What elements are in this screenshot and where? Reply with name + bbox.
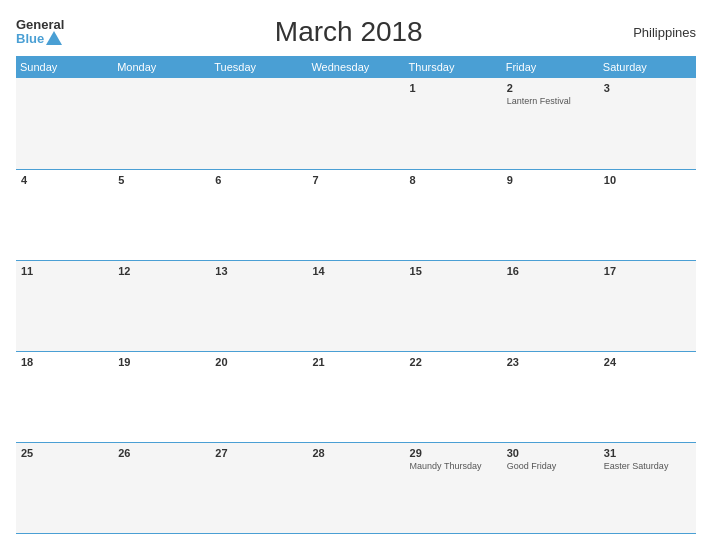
calendar-cell: 14 — [307, 260, 404, 351]
calendar-cell: 30Good Friday — [502, 442, 599, 533]
calendar-cell: 21 — [307, 351, 404, 442]
calendar-cell: 22 — [405, 351, 502, 442]
weekday-header-saturday: Saturday — [599, 56, 696, 78]
calendar-cell: 27 — [210, 442, 307, 533]
event-label: Easter Saturday — [604, 461, 691, 473]
calendar-cell: 2Lantern Festival — [502, 78, 599, 169]
logo-general-text: General — [16, 18, 64, 31]
event-label: Good Friday — [507, 461, 594, 473]
calendar-cell: 6 — [210, 169, 307, 260]
calendar-cell — [16, 78, 113, 169]
calendar-cell: 17 — [599, 260, 696, 351]
calendar-cell: 24 — [599, 351, 696, 442]
day-number: 11 — [21, 265, 108, 277]
week-row-4: 18192021222324 — [16, 351, 696, 442]
day-number: 31 — [604, 447, 691, 459]
calendar-cell: 11 — [16, 260, 113, 351]
day-number: 30 — [507, 447, 594, 459]
calendar-cell: 16 — [502, 260, 599, 351]
logo-blue-text: Blue — [16, 31, 62, 46]
event-label: Maundy Thursday — [410, 461, 497, 473]
weekday-header-wednesday: Wednesday — [307, 56, 404, 78]
calendar-cell: 4 — [16, 169, 113, 260]
day-number: 19 — [118, 356, 205, 368]
day-number: 17 — [604, 265, 691, 277]
day-number: 21 — [312, 356, 399, 368]
event-label: Lantern Festival — [507, 96, 594, 108]
country-label: Philippines — [633, 25, 696, 40]
calendar-cell: 5 — [113, 169, 210, 260]
calendar-cell: 19 — [113, 351, 210, 442]
calendar-cell: 8 — [405, 169, 502, 260]
day-number: 4 — [21, 174, 108, 186]
weekday-header-friday: Friday — [502, 56, 599, 78]
day-number: 26 — [118, 447, 205, 459]
day-number: 27 — [215, 447, 302, 459]
day-number: 24 — [604, 356, 691, 368]
weekday-header-row: SundayMondayTuesdayWednesdayThursdayFrid… — [16, 56, 696, 78]
week-row-1: 12Lantern Festival3 — [16, 78, 696, 169]
weekday-header-thursday: Thursday — [405, 56, 502, 78]
calendar-cell: 15 — [405, 260, 502, 351]
day-number: 5 — [118, 174, 205, 186]
day-number: 7 — [312, 174, 399, 186]
day-number: 12 — [118, 265, 205, 277]
day-number: 9 — [507, 174, 594, 186]
calendar-cell: 7 — [307, 169, 404, 260]
calendar-cell: 10 — [599, 169, 696, 260]
weekday-header-tuesday: Tuesday — [210, 56, 307, 78]
calendar-cell: 18 — [16, 351, 113, 442]
calendar-cell: 28 — [307, 442, 404, 533]
day-number: 23 — [507, 356, 594, 368]
calendar-cell: 29Maundy Thursday — [405, 442, 502, 533]
week-row-5: 2526272829Maundy Thursday30Good Friday31… — [16, 442, 696, 533]
calendar-table: SundayMondayTuesdayWednesdayThursdayFrid… — [16, 56, 696, 534]
calendar-cell: 12 — [113, 260, 210, 351]
day-number: 13 — [215, 265, 302, 277]
calendar-header: General Blue March 2018 Philippines — [16, 16, 696, 48]
calendar-title: March 2018 — [64, 16, 633, 48]
logo: General Blue — [16, 18, 64, 46]
day-number: 6 — [215, 174, 302, 186]
calendar-cell: 20 — [210, 351, 307, 442]
day-number: 1 — [410, 82, 497, 94]
day-number: 10 — [604, 174, 691, 186]
day-number: 2 — [507, 82, 594, 94]
weekday-header-sunday: Sunday — [16, 56, 113, 78]
day-number: 18 — [21, 356, 108, 368]
logo-triangle-icon — [46, 31, 62, 45]
day-number: 29 — [410, 447, 497, 459]
calendar-cell — [113, 78, 210, 169]
calendar-cell: 9 — [502, 169, 599, 260]
day-number: 22 — [410, 356, 497, 368]
calendar-cell: 25 — [16, 442, 113, 533]
calendar-cell: 13 — [210, 260, 307, 351]
calendar-cell: 26 — [113, 442, 210, 533]
week-row-3: 11121314151617 — [16, 260, 696, 351]
day-number: 28 — [312, 447, 399, 459]
calendar-cell: 1 — [405, 78, 502, 169]
day-number: 8 — [410, 174, 497, 186]
calendar-cell: 3 — [599, 78, 696, 169]
calendar-cell: 31Easter Saturday — [599, 442, 696, 533]
weekday-header-monday: Monday — [113, 56, 210, 78]
day-number: 25 — [21, 447, 108, 459]
day-number: 20 — [215, 356, 302, 368]
week-row-2: 45678910 — [16, 169, 696, 260]
calendar-cell — [210, 78, 307, 169]
calendar-cell — [307, 78, 404, 169]
calendar-cell: 23 — [502, 351, 599, 442]
day-number: 3 — [604, 82, 691, 94]
day-number: 15 — [410, 265, 497, 277]
day-number: 14 — [312, 265, 399, 277]
day-number: 16 — [507, 265, 594, 277]
